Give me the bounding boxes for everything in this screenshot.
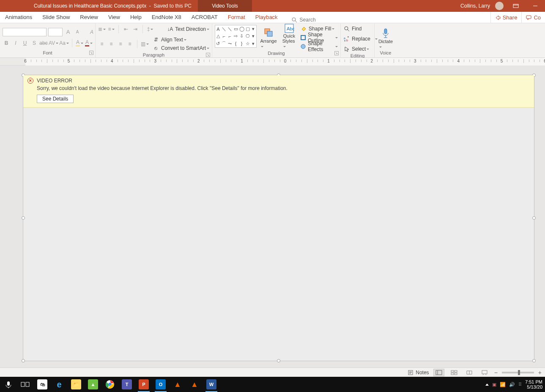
- video-placeholder[interactable]: ✕ VIDEO ERROR Sorry, we couldn't load th…: [23, 75, 534, 361]
- dictate-button[interactable]: Dictate: [377, 25, 394, 50]
- horizontal-ruler[interactable]: 6543210123456: [0, 58, 545, 65]
- comments-button[interactable]: Co: [521, 12, 545, 23]
- tray-dropbox-icon[interactable]: ⠿: [518, 382, 522, 387]
- normal-view-button[interactable]: [433, 369, 444, 376]
- align-right-button[interactable]: ≡: [117, 40, 124, 48]
- see-details-button[interactable]: See Details: [37, 95, 74, 103]
- font-size-input[interactable]: [48, 28, 63, 36]
- tray-overflow-button[interactable]: [485, 384, 489, 386]
- resize-handle[interactable]: [532, 359, 536, 362]
- find-button[interactable]: Find: [343, 25, 372, 33]
- convert-smartart-button[interactable]: ⎋Convert to SmartArt: [153, 44, 209, 52]
- align-left-button[interactable]: ≡: [98, 40, 106, 48]
- paragraph-label-text: Paragraph: [143, 52, 164, 57]
- numbering-button[interactable]: ≡: [107, 25, 115, 33]
- align-center-button[interactable]: ≡: [107, 40, 115, 48]
- word-icon[interactable]: W: [203, 377, 220, 392]
- tray-security-icon[interactable]: ▣: [492, 382, 496, 387]
- cortana-icon[interactable]: [0, 377, 17, 392]
- tab-review[interactable]: Review: [75, 11, 103, 23]
- underline-button[interactable]: U: [21, 39, 29, 47]
- share-icon: [495, 15, 501, 21]
- decrease-indent-button[interactable]: ⇤: [122, 25, 130, 33]
- line-spacing-button[interactable]: ‡: [146, 25, 154, 33]
- text-direction-button[interactable]: ↓AText Direction: [167, 25, 209, 33]
- slide-sorter-view-button[interactable]: [449, 369, 460, 376]
- ribbon-display-options-button[interactable]: [509, 2, 523, 10]
- svg-line-4: [295, 21, 297, 22]
- tab-format[interactable]: Format: [223, 11, 250, 23]
- justify-button[interactable]: ≡: [126, 40, 134, 48]
- tell-me-search[interactable]: Search: [291, 17, 316, 23]
- avatar[interactable]: [495, 2, 504, 10]
- clear-formatting-button[interactable]: A: [88, 28, 96, 36]
- vlc-icon[interactable]: ▲: [169, 377, 186, 392]
- align-text-button[interactable]: ⇵Align Text: [153, 36, 186, 44]
- font-name-input[interactable]: [3, 28, 47, 36]
- onedrive-icon[interactable]: ▲: [85, 377, 101, 392]
- contextual-tab-video-tools[interactable]: Video Tools: [198, 0, 252, 12]
- tab-animations[interactable]: Animations: [0, 11, 37, 23]
- italic-button[interactable]: I: [12, 39, 19, 47]
- zoom-thumb[interactable]: [518, 370, 520, 375]
- select-button[interactable]: Select: [343, 45, 372, 53]
- increase-indent-button[interactable]: ⇥: [131, 25, 139, 33]
- tab-view[interactable]: View: [103, 11, 125, 23]
- tab-endnote[interactable]: EndNote X8: [147, 11, 186, 23]
- resize-handle[interactable]: [22, 216, 25, 220]
- shrink-font-button[interactable]: A: [74, 28, 81, 36]
- text-shadow-button[interactable]: S: [30, 39, 38, 47]
- file-explorer-icon[interactable]: 📁: [68, 377, 85, 392]
- zoom-out-button[interactable]: −: [494, 369, 498, 376]
- resize-handle[interactable]: [532, 216, 536, 220]
- shape-effects-button[interactable]: Shape Effects: [300, 43, 338, 50]
- reading-view-button[interactable]: [464, 369, 475, 376]
- bullets-button[interactable]: ≣: [98, 25, 106, 33]
- resize-handle[interactable]: [22, 359, 25, 362]
- zoom-in-button[interactable]: +: [538, 369, 542, 376]
- edge-icon[interactable]: e: [51, 377, 68, 392]
- slideshow-view-button[interactable]: [479, 369, 490, 376]
- character-spacing-button[interactable]: AV: [49, 39, 58, 47]
- task-view-icon[interactable]: [17, 377, 34, 392]
- ruler-minor-tick: [253, 60, 253, 62]
- vlc-icon-2[interactable]: ▲: [186, 377, 203, 392]
- change-case-button[interactable]: Aa: [60, 39, 68, 47]
- quick-styles-button[interactable]: Abc Quick Styles: [281, 25, 298, 49]
- resize-handle[interactable]: [277, 359, 280, 362]
- taskbar-clock[interactable]: 7:51 PM 5/13/20: [525, 379, 542, 389]
- font-dialog-launcher[interactable]: ↘: [89, 51, 93, 55]
- outlook-icon[interactable]: O: [152, 377, 169, 392]
- svg-rect-25: [451, 370, 454, 372]
- microsoft-store-icon[interactable]: 🛍: [34, 377, 51, 392]
- reading-icon: [466, 370, 473, 375]
- notes-button[interactable]: Notes: [407, 369, 429, 376]
- share-button[interactable]: Share: [490, 12, 522, 23]
- tab-help[interactable]: Help: [125, 11, 147, 23]
- tab-playback[interactable]: Playback: [250, 11, 283, 23]
- tray-volume-icon[interactable]: 🔊: [509, 382, 515, 387]
- grow-font-button[interactable]: A: [64, 28, 72, 36]
- powerpoint-icon[interactable]: P: [135, 377, 152, 392]
- ruler-minor-tick: [177, 59, 177, 63]
- tab-slide-show[interactable]: Slide Show: [37, 11, 75, 23]
- chrome-icon[interactable]: [101, 377, 118, 392]
- columns-button[interactable]: ▥: [141, 40, 149, 48]
- arrange-button[interactable]: Arrange: [258, 25, 279, 49]
- user-name[interactable]: Collins, Larry: [460, 3, 490, 9]
- zoom-slider[interactable]: [502, 372, 534, 373]
- font-color-button[interactable]: A: [85, 39, 93, 47]
- strikethrough-button[interactable]: abc: [40, 39, 47, 47]
- tray-wifi-icon[interactable]: 📶: [500, 382, 506, 387]
- drawing-dialog-launcher[interactable]: ↘: [334, 51, 339, 55]
- ruler-minor-tick: [404, 60, 405, 62]
- teams-icon[interactable]: T: [118, 377, 135, 392]
- bold-button[interactable]: B: [3, 39, 10, 47]
- paragraph-dialog-launcher[interactable]: ↘: [206, 53, 210, 57]
- text-highlight-button[interactable]: A: [76, 39, 83, 47]
- svg-rect-29: [482, 370, 487, 374]
- replace-button[interactable]: abReplace: [343, 35, 370, 43]
- minimize-button[interactable]: [528, 2, 542, 10]
- shapes-gallery[interactable]: A＼＼▭◯▢▾ △⌐⌐⇨⇩⎔▾ ↺⌒⤳{}☆▾: [215, 25, 257, 48]
- tab-acrobat[interactable]: ACROBAT: [186, 11, 223, 23]
